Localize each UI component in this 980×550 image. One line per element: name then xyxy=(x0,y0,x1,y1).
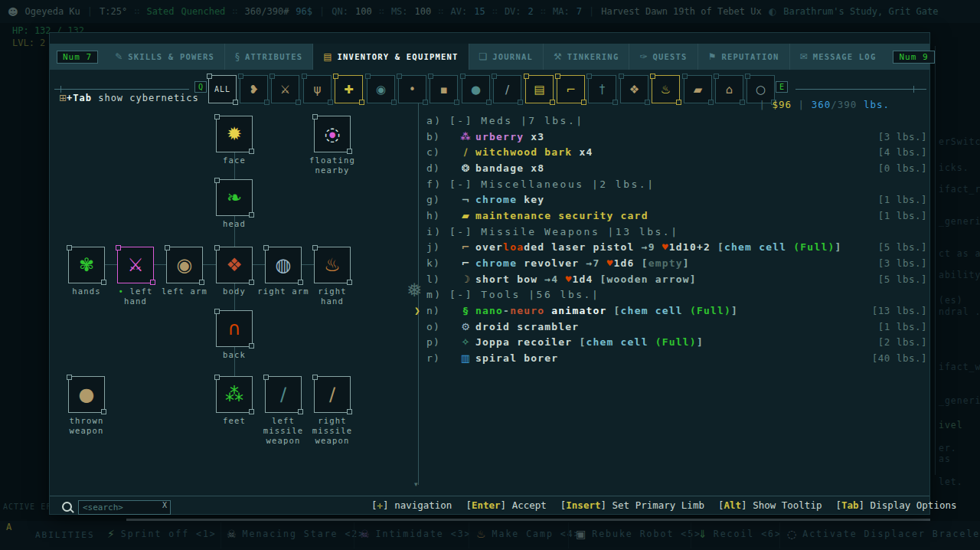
item-text-segment: [ xyxy=(642,257,648,269)
filter-bags-icon: ⌂ xyxy=(716,76,743,103)
filter-data-cards-icon: ▰ xyxy=(684,76,711,103)
slot-left-arm-label: left arm xyxy=(156,286,213,296)
hotkey-accept[interactable]: [Enter] Accept xyxy=(466,499,546,511)
tab-attributes[interactable]: §ATTRIBUTES xyxy=(224,44,312,70)
slot-feet[interactable]: ⁂ xyxy=(216,376,253,413)
item-hotkey-label: n) xyxy=(426,305,449,316)
scroll-icon: ✉ xyxy=(800,51,808,62)
hotkey-bar: [✛] navigation[Enter] Accept[Insert] Set… xyxy=(371,499,971,511)
filter-tools[interactable]: ♨ xyxy=(652,75,680,103)
filter-miscellaneous[interactable]: ▤ xyxy=(525,75,554,103)
search-input[interactable] xyxy=(78,500,171,515)
inventory-item-row[interactable]: j)⌐overloaded laser pistol →9 ♥1d10+2 [c… xyxy=(426,240,929,256)
filter-energy-cells[interactable]: ▪ xyxy=(430,75,458,103)
inventory-item-row[interactable]: d)❂bandage x8[0 lbs.] xyxy=(426,160,929,176)
tab-attributes-label: ATTRIBUTES xyxy=(245,52,302,61)
bandage-icon: ❂ xyxy=(459,162,472,174)
slot-face[interactable]: ✹ xyxy=(216,116,253,152)
inventory-item-row[interactable]: k)⌐chrome revolver →7 ♥1d6 [empty][3 lbs… xyxy=(426,255,929,271)
item-hotkey-label: f) xyxy=(426,178,449,190)
inventory-item-row[interactable]: o)⚙droid scrambler[1 lbs.] xyxy=(426,319,929,335)
inventory-category-row[interactable]: m)[-] Tools |56 lbs.| xyxy=(426,287,929,303)
inventory-item-row[interactable]: g)¬chrome key[1 lbs.] xyxy=(426,192,929,208)
tab-skills-powers-label: SKILLS & POWERS xyxy=(128,52,214,61)
inventory-item-row[interactable]: c)∕witchwood bark x4[4 lbs.] xyxy=(426,144,929,160)
filter-applicators[interactable]: ∕ xyxy=(493,75,521,103)
search-icon xyxy=(62,502,72,512)
item-text-segment: - xyxy=(503,305,510,316)
inventory-item-row[interactable]: b)⁂urberry x3[3 lbs.] xyxy=(426,129,929,145)
tab-inventory-equipment[interactable]: ▤INVENTORY & EQUIPMENT xyxy=(312,44,468,70)
item-hotkey-label: h) xyxy=(426,210,449,221)
tab-skills-powers[interactable]: ✎SKILLS & POWERS xyxy=(105,44,224,70)
hotkey-display-options-label: Display Options xyxy=(871,499,957,511)
inventory-category-row[interactable]: i)[-] Missile Weapons |13 lbs.| xyxy=(426,224,929,240)
tab-reputation[interactable]: ⚑REPUTATION xyxy=(697,44,789,70)
slot-hands[interactable]: ✾ xyxy=(68,247,105,283)
filter-missile-weapons[interactable]: ⌐ xyxy=(557,75,585,103)
bracket: ] xyxy=(383,499,394,511)
item-text-segment: spiral borer xyxy=(475,352,558,364)
slot-right-arm[interactable]: ◍ xyxy=(265,247,302,283)
inventory-item-row[interactable]: l)☽short bow →4 ♥1d4 [wooden arrow][5 lb… xyxy=(426,271,929,287)
filter-grenades-icon: ● xyxy=(462,76,489,103)
slot-right-missile-weapon-label: right missile weapon xyxy=(304,416,361,446)
hotkey-show-tooltip[interactable]: [Alt] Show Tooltip xyxy=(718,499,822,511)
inventory-item-row[interactable]: r)▥spiral borer[40 lbs.] xyxy=(426,350,929,366)
inventory-item-row[interactable]: ❯n)§nano-neuro animator [chem cell (Full… xyxy=(426,303,929,319)
hotkey-display-options-key: Tab xyxy=(841,499,859,511)
pencil-icon: ✎ xyxy=(115,51,122,62)
slot-left-hand[interactable]: ⚔ xyxy=(117,247,154,283)
item-weight-label: [3 lbs.] xyxy=(878,257,927,269)
hotkey-navigation[interactable]: [✛] navigation xyxy=(371,499,452,511)
tab-journal[interactable]: ❏JOURNAL xyxy=(469,44,543,70)
slot-left-missile-weapon[interactable]: ∕ xyxy=(265,376,302,413)
filter-all[interactable]: ALL xyxy=(208,75,237,103)
filter-swords[interactable]: † xyxy=(588,75,616,103)
slot-head[interactable]: ❧ xyxy=(216,179,253,216)
slot-back[interactable]: ∩ xyxy=(216,310,253,347)
slot-floating-nearby[interactable]: ◌● xyxy=(314,116,351,152)
filter-shields[interactable]: ◉ xyxy=(367,75,395,103)
slot-label-text: feet xyxy=(223,416,246,425)
filter-natural-weapons[interactable]: ψ xyxy=(303,75,332,103)
tab-message-log[interactable]: ✉MESSAGE LOG xyxy=(789,44,887,70)
filter-bags[interactable]: ⌂ xyxy=(715,75,743,103)
item-text-segment: (Full) xyxy=(690,305,731,316)
category-header-text: [-] Meds |7 lbs.| xyxy=(449,115,584,126)
tab-inventory-equipment-label: INVENTORY & EQUIPMENT xyxy=(338,52,459,61)
item-text-segment: chrome xyxy=(475,194,524,205)
witchwood-bark-icon: ∕ xyxy=(459,146,472,158)
inventory-item-row[interactable]: h)▰maintenance security card[1 lbs.] xyxy=(426,208,929,224)
slot-label-text: body xyxy=(223,286,246,296)
filter-armor[interactable]: ❖ xyxy=(620,75,648,103)
filter-data-cards[interactable]: ▰ xyxy=(684,75,712,103)
inventory-category-row[interactable]: a)[-] Meds |7 lbs.| xyxy=(426,113,929,129)
inventory-item-row[interactable]: p)✧Joppa recoiler [chem cell (Full)][2 l… xyxy=(426,335,929,351)
inventory-category-row[interactable]: f)[-] Miscellaneous |2 lbs.| xyxy=(426,176,929,192)
tab-tinkering[interactable]: ⚒TINKERING xyxy=(543,44,629,70)
filter-melee-weapons[interactable]: ⚔ xyxy=(271,75,299,103)
hotkey-display-options[interactable]: [Tab] Display Options xyxy=(835,499,956,511)
filter-ammo[interactable]: • xyxy=(398,75,426,103)
cybernetics-hint-text: show cybernetics xyxy=(92,93,199,103)
numpad-icon: ⊞ xyxy=(59,93,67,103)
item-weight-label: [1 lbs.] xyxy=(878,210,927,221)
slot-right-missile-weapon[interactable]: ∕ xyxy=(314,376,351,413)
item-text-segment: (Full) xyxy=(655,336,697,348)
filter-meds[interactable]: ✚ xyxy=(335,75,363,103)
slot-body[interactable]: ❖ xyxy=(216,247,253,283)
tab-quests[interactable]: ✑QUESTS xyxy=(629,44,697,70)
filter-grenades[interactable]: ● xyxy=(462,75,490,103)
item-hotkey-label: k) xyxy=(426,257,449,269)
item-text-segment: bandage xyxy=(475,162,531,174)
search-clear-button[interactable]: X xyxy=(162,501,167,509)
filter-food[interactable]: ❥ xyxy=(240,75,268,103)
search-area: X xyxy=(62,499,171,515)
slot-left-arm[interactable]: ◉ xyxy=(166,247,203,283)
slot-right-hand[interactable]: ♨ xyxy=(314,247,351,283)
slot-thrown-weapon[interactable]: ● xyxy=(68,376,105,413)
wallet-separator: | xyxy=(799,99,805,110)
hotkey-set-primary-limb[interactable]: [Insert] Set Primary Limb xyxy=(560,499,704,511)
item-hotkey-label: b) xyxy=(426,131,449,142)
